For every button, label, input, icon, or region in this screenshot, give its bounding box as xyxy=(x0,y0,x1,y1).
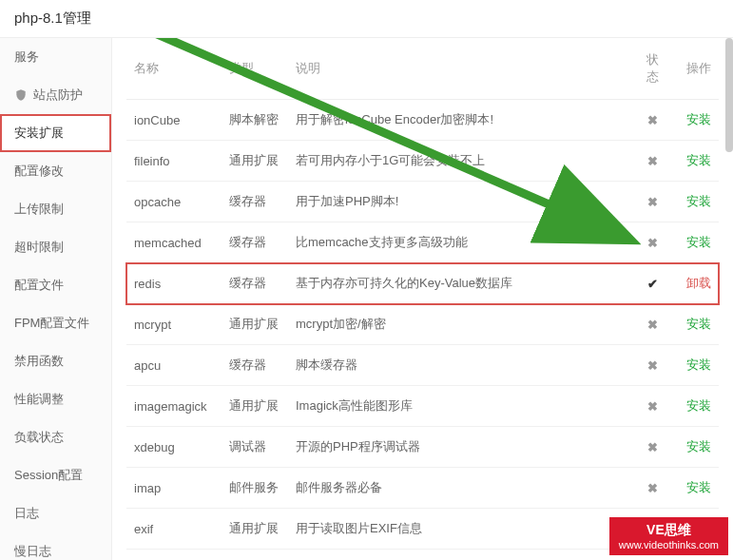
sidebar-item-label: 上传限制 xyxy=(14,201,64,218)
sidebar-item-13[interactable]: 慢日志 xyxy=(0,532,111,560)
col-header-status: 状态 xyxy=(633,38,671,100)
ext-type: 缓存器 xyxy=(222,345,288,386)
ext-status: ✖ xyxy=(633,427,671,468)
ext-desc: 用于加速PHP脚本! xyxy=(288,182,633,222)
sidebar-item-label: 安装扩展 xyxy=(14,125,64,142)
sidebar-item-2[interactable]: 安装扩展 xyxy=(0,114,111,152)
install-link[interactable]: 安装 xyxy=(686,194,711,208)
check-icon: ✔ xyxy=(646,277,659,291)
table-row: opcache缓存器用于加速PHP脚本!✖安装 xyxy=(126,182,719,222)
install-link[interactable]: 安装 xyxy=(686,480,711,494)
sidebar-item-6[interactable]: 配置文件 xyxy=(0,266,111,304)
ext-status: ✔ xyxy=(633,263,671,304)
x-icon: ✖ xyxy=(646,358,659,373)
ext-status: ✖ xyxy=(633,100,671,141)
watermark-url: www.videothinks.com xyxy=(619,538,719,551)
ext-type: 调试器 xyxy=(222,427,288,468)
ext-action: 安装 xyxy=(671,345,719,386)
ext-action: 安装 xyxy=(671,427,719,468)
sidebar-item-1[interactable]: 站点防护 xyxy=(0,76,111,114)
ext-type: 通用扩展 xyxy=(222,141,288,182)
sidebar-item-8[interactable]: 禁用函数 xyxy=(0,342,111,380)
table-row: imap邮件服务邮件服务器必备✖安装 xyxy=(126,468,719,509)
ext-type: 脚本解密 xyxy=(222,100,288,141)
ext-action: 安装 xyxy=(671,182,719,222)
install-link[interactable]: 安装 xyxy=(686,153,711,167)
ext-name: imagemagick xyxy=(126,386,222,427)
ext-type: 缓存器 xyxy=(222,182,288,222)
window-title: php-8.1管理 xyxy=(0,0,733,38)
ext-name: exif xyxy=(126,509,222,550)
sidebar: 服务站点防护安装扩展配置修改上传限制超时限制配置文件FPM配置文件禁用函数性能调… xyxy=(0,38,112,560)
main-container: 服务站点防护安装扩展配置修改上传限制超时限制配置文件FPM配置文件禁用函数性能调… xyxy=(0,38,733,560)
ext-name: redis xyxy=(126,263,222,304)
install-link[interactable]: 安装 xyxy=(686,112,711,126)
install-link[interactable]: 安装 xyxy=(686,235,711,249)
sidebar-item-10[interactable]: 负载状态 xyxy=(0,418,111,456)
sidebar-item-label: 配置修改 xyxy=(14,163,64,180)
ext-desc: mcrypt加密/解密 xyxy=(288,304,633,345)
sidebar-item-label: 配置文件 xyxy=(14,277,64,294)
ext-name: memcached xyxy=(126,222,222,263)
install-link[interactable]: 安装 xyxy=(686,317,711,331)
sidebar-item-label: 日志 xyxy=(14,505,39,522)
install-link[interactable]: 安装 xyxy=(686,398,711,413)
table-row: imagemagick通用扩展Imagick高性能图形库✖安装 xyxy=(126,386,719,427)
ext-type: 通用扩展 xyxy=(222,509,288,550)
table-row: ionCube脚本解密用于解密ionCube Encoder加密脚本!✖安装 xyxy=(126,100,719,141)
sidebar-item-7[interactable]: FPM配置文件 xyxy=(0,304,111,342)
x-icon: ✖ xyxy=(646,195,659,209)
ext-status: ✖ xyxy=(633,386,671,427)
ext-status: ✖ xyxy=(633,222,671,263)
table-row: redis缓存器基于内存亦可持久化的Key-Value数据库✔卸载 xyxy=(126,263,719,304)
table-row: fileinfo通用扩展若可用内存小于1G可能会安装不上✖安装 xyxy=(126,141,719,182)
ext-action: 安装 xyxy=(671,468,719,509)
ext-status: ✖ xyxy=(633,468,671,509)
x-icon: ✖ xyxy=(646,113,659,127)
watermark: VE思维 www.videothinks.com xyxy=(609,517,728,555)
table-row: xdebug调试器开源的PHP程序调试器✖安装 xyxy=(126,427,719,468)
scrollbar[interactable] xyxy=(725,38,733,152)
sidebar-item-label: FPM配置文件 xyxy=(14,315,89,332)
sidebar-item-label: 慢日志 xyxy=(14,543,51,560)
ext-desc: Imagick高性能图形库 xyxy=(288,386,633,427)
x-icon: ✖ xyxy=(646,399,659,414)
ext-type: 缓存器 xyxy=(222,222,288,263)
ext-status: ✖ xyxy=(633,345,671,386)
col-header-type: 类型 xyxy=(222,38,288,100)
sidebar-item-4[interactable]: 上传限制 xyxy=(0,190,111,228)
ext-action: 安装 xyxy=(671,222,719,263)
sidebar-item-9[interactable]: 性能调整 xyxy=(0,380,111,418)
col-header-action: 操作 xyxy=(671,38,719,100)
ext-desc: 用于解密ionCube Encoder加密脚本! xyxy=(288,100,633,141)
ext-name: mcrypt xyxy=(126,304,222,345)
ext-type: 缓存器 xyxy=(222,263,288,304)
sidebar-item-label: 超时限制 xyxy=(14,239,64,256)
x-icon: ✖ xyxy=(646,318,659,332)
table-header-row: 名称 类型 说明 状态 操作 xyxy=(126,38,719,100)
shield-icon xyxy=(14,88,28,102)
sidebar-item-0[interactable]: 服务 xyxy=(0,38,111,76)
ext-name: apcu xyxy=(126,345,222,386)
ext-status: ✖ xyxy=(633,304,671,345)
install-link[interactable]: 安装 xyxy=(686,439,711,454)
watermark-title: VE思维 xyxy=(619,521,719,538)
sidebar-item-12[interactable]: 日志 xyxy=(0,494,111,532)
x-icon: ✖ xyxy=(646,440,659,454)
sidebar-item-label: Session配置 xyxy=(14,467,83,484)
ext-name: xdebug xyxy=(126,427,222,468)
ext-action: 安装 xyxy=(671,100,719,141)
col-header-name: 名称 xyxy=(126,38,222,100)
table-row: memcached缓存器比memcache支持更多高级功能✖安装 xyxy=(126,222,719,263)
ext-type: 通用扩展 xyxy=(222,386,288,427)
install-link[interactable]: 安装 xyxy=(686,357,711,372)
ext-name: imap xyxy=(126,468,222,509)
uninstall-link[interactable]: 卸载 xyxy=(686,276,711,290)
sidebar-item-5[interactable]: 超时限制 xyxy=(0,228,111,266)
x-icon: ✖ xyxy=(646,481,659,495)
table-row: apcu缓存器脚本缓存器✖安装 xyxy=(126,345,719,386)
ext-type: 邮件服务 xyxy=(222,468,288,509)
sidebar-item-3[interactable]: 配置修改 xyxy=(0,152,111,190)
sidebar-item-label: 站点防护 xyxy=(33,87,83,104)
sidebar-item-11[interactable]: Session配置 xyxy=(0,456,111,494)
